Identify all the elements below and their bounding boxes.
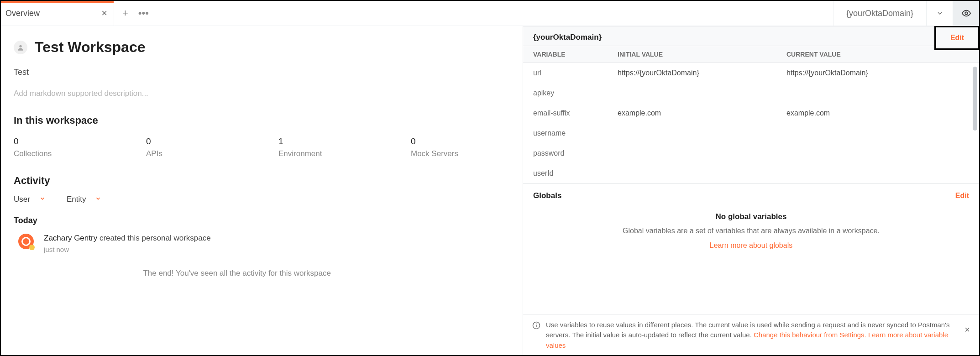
activity-time: just now [44,246,211,253]
stat-apis[interactable]: 0 APIs [146,136,278,158]
today-label: Today [14,216,510,225]
activity-item: Zachary Gentry created this personal wor… [14,234,510,253]
workspace-stats: 0 Collections 0 APIs 1 Environment 0 Moc… [14,136,510,158]
chevron-down-icon [95,195,101,204]
globals-title: Globals [533,191,561,200]
variable-header-initial: INITIAL VALUE [618,51,786,58]
environment-selector[interactable]: {yourOktaDomain} [833,1,926,26]
activity-text: Zachary Gentry created this personal wor… [44,234,211,243]
contents-heading: In this workspace [14,115,510,126]
footer-change-link[interactable]: Change this behaviour from Settings. [754,331,866,339]
environment-name: {yourOktaDomain} [846,9,913,18]
env-edit-link[interactable]: Edit [950,34,964,42]
tab-more-icon[interactable]: ••• [138,7,149,19]
globals-header: Globals Edit [523,184,979,205]
scrollbar[interactable] [973,67,977,131]
user-avatar[interactable] [18,234,34,249]
globals-body: No global variables Global variables are… [523,205,979,251]
workspace-description-placeholder[interactable]: Add markdown supported description... [14,89,510,98]
variable-row: email-suffix example.com example.com [523,103,979,123]
globals-empty-title: No global variables [541,212,961,221]
variable-row: apikey [523,83,979,103]
new-tab-button[interactable]: + [122,7,128,19]
stat-collections[interactable]: 0 Collections [14,136,146,158]
footer-text: Use variables to reuse values in differe… [546,320,957,351]
workspace-overview: Test Workspace Test Add markdown support… [1,26,523,355]
variable-header-name: VARIABLE [533,51,618,58]
activity-heading: Activity [14,175,510,187]
environment-quicklook-button[interactable] [953,1,979,26]
variable-row: userId [523,163,979,183]
variable-row: username [523,123,979,143]
variable-row: url https://{yourOktaDomain} https://{yo… [523,63,979,83]
workspace-avatar [14,41,27,54]
activity-end-message: The end! You've seen all the activity fo… [14,269,460,278]
tab-bar: Overview × + ••• {yourOktaDomain} [1,1,979,26]
globals-edit-link[interactable]: Edit [955,192,969,200]
stat-environments[interactable]: 1 Environment [278,136,411,158]
chevron-down-icon [936,10,943,17]
filter-user[interactable]: User [14,195,46,204]
eye-icon [961,8,971,18]
svg-point-4 [536,323,537,324]
env-panel-header: {yourOktaDomain} [523,26,979,46]
variable-table-header: VARIABLE INITIAL VALUE CURRENT VALUE [523,46,979,63]
variables-info-footer: Use variables to reuse values in differe… [523,314,979,356]
globals-empty-text: Global variables are a set of variables … [541,226,961,236]
variable-table-body: url https://{yourOktaDomain} https://{yo… [523,63,979,184]
environment-dropdown-button[interactable] [926,1,953,26]
workspace-title: Test Workspace [35,39,145,56]
environment-quicklook-panel: Edit {yourOktaDomain} VARIABLE INITIAL V… [523,26,979,355]
globals-learn-link[interactable]: Learn more about globals [710,241,792,249]
svg-point-1 [19,45,21,47]
variable-header-current: CURRENT VALUE [786,51,969,58]
filter-entity[interactable]: Entity [67,195,102,204]
workspace-summary[interactable]: Test [14,68,510,77]
info-icon [532,321,540,330]
env-panel-name: {yourOktaDomain} [533,33,602,42]
person-icon [17,44,24,51]
tab-actions: + ••• [114,1,157,26]
tab-label: Overview [5,9,40,18]
highlight-annotation: Edit [934,26,979,50]
svg-point-0 [965,12,968,15]
stat-mock-servers[interactable]: 0 Mock Servers [411,136,523,158]
variable-row: password [523,143,979,163]
close-icon[interactable]: × [964,323,970,336]
tab-overview[interactable]: Overview × [1,1,114,26]
chevron-down-icon [39,195,46,204]
close-icon[interactable]: × [101,7,107,19]
